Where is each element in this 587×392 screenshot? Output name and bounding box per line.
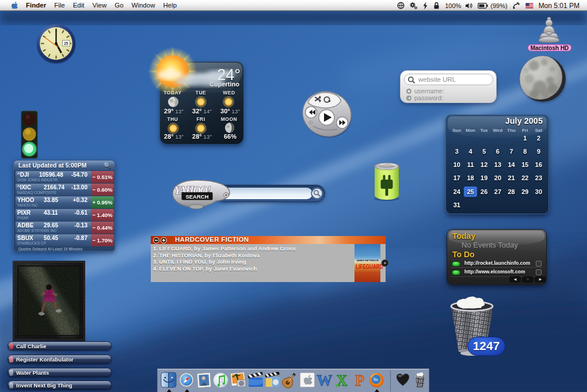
svg-text:SEARCH: SEARCH <box>185 193 208 200</box>
svg-text:25: 25 <box>64 41 68 45</box>
svg-text:P: P <box>355 372 365 389</box>
svg-text:W: W <box>317 372 333 389</box>
